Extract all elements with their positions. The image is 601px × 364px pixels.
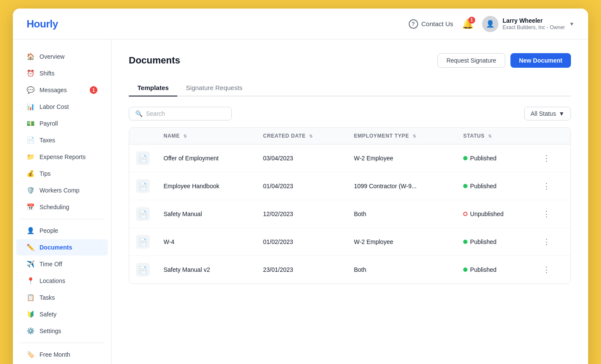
sidebar-item-tips[interactable]: 💰 Tips — [16, 165, 108, 182]
sidebar-label-taxes: Taxes — [39, 137, 55, 144]
sidebar-badge-messages: 1 — [90, 86, 97, 94]
col-status[interactable]: STATUS ⇅ — [456, 128, 534, 144]
sidebar-item-tasks[interactable]: 📋 Tasks — [16, 289, 108, 306]
more-options-button[interactable]: ⋮ — [540, 264, 552, 276]
sidebar-item-payroll[interactable]: 💵 Payroll — [16, 115, 108, 132]
sidebar-label-workers-comp: Workers Comp — [39, 187, 79, 194]
status-dot — [463, 240, 467, 244]
contact-us-button[interactable]: ? Contact Us — [409, 19, 453, 29]
sidebar-item-scheduling[interactable]: 📅 Scheduling — [16, 199, 108, 215]
sidebar-item-people[interactable]: 👤 People — [16, 223, 108, 239]
sidebar-divider-1 — [20, 219, 104, 219]
row-actions: ⋮ — [534, 228, 571, 256]
user-company: Exact Builders, Inc - Owner — [503, 24, 565, 31]
tips-icon: 💰 — [27, 170, 34, 177]
row-icon-cell: 📄 — [129, 256, 157, 284]
sidebar-item-shifts[interactable]: ⏰ Shifts — [16, 65, 108, 81]
row-status: Published — [456, 144, 534, 172]
row-name: W-4 — [157, 228, 256, 256]
table-row: 📄 Safety Manual 12/02/2023 Both Unpublis… — [129, 200, 571, 228]
documents-table: NAME ⇅ CREATED DATE ⇅ EMPLOYMENT TYPE ⇅ … — [129, 127, 571, 284]
toolbar: 🔍 All Status ▼ — [129, 107, 571, 120]
sidebar-item-free-month[interactable]: 🏷️ Free Month — [16, 346, 108, 363]
more-options-button[interactable]: ⋮ — [540, 208, 552, 220]
header-actions: Request Signature New Document — [437, 53, 571, 68]
row-created-date: 01/02/2023 — [256, 228, 347, 256]
col-created-date[interactable]: CREATED DATE ⇅ — [256, 128, 347, 144]
shifts-icon: ⏰ — [27, 69, 34, 77]
row-status: Published — [456, 256, 534, 284]
user-menu[interactable]: 👤 Larry Wheeler Exact Builders, Inc - Ow… — [482, 16, 574, 32]
sidebar-item-expense-reports[interactable]: 📁 Expense Reports — [16, 149, 108, 165]
more-options-button[interactable]: ⋮ — [540, 152, 552, 164]
messages-icon: 💬 — [27, 86, 34, 94]
sidebar-label-time-off: Time Off — [39, 261, 62, 268]
sidebar-label-free-month: Free Month — [39, 351, 70, 358]
people-icon: 👤 — [27, 227, 34, 235]
row-actions: ⋮ — [534, 144, 571, 172]
request-signature-button[interactable]: Request Signature — [437, 53, 505, 68]
row-employment-type: W-2 Employee — [347, 144, 456, 172]
sidebar-item-time-off[interactable]: ✈️ Time Off — [16, 256, 108, 272]
tab-signature-requests[interactable]: Signature Requests — [177, 80, 251, 96]
sidebar-item-overview[interactable]: 🏠 Overview — [16, 48, 108, 65]
time-off-icon: ✈️ — [27, 260, 34, 268]
notification-button[interactable]: 🔔 1 — [462, 18, 474, 30]
contact-us-label: Contact Us — [422, 20, 453, 27]
search-input[interactable] — [146, 110, 225, 117]
expense-reports-icon: 📁 — [27, 153, 34, 161]
more-options-button[interactable]: ⋮ — [540, 180, 552, 192]
new-document-button[interactable]: New Document — [510, 53, 571, 68]
row-icon-cell: 📄 — [129, 200, 157, 228]
search-icon: 🔍 — [135, 110, 143, 117]
sidebar-item-safety[interactable]: 🔰 Safety — [16, 306, 108, 322]
sidebar-item-settings[interactable]: ⚙️ Settings — [16, 323, 108, 339]
document-icon: 📄 — [136, 151, 150, 165]
sidebar-label-documents: Documents — [39, 244, 72, 251]
scheduling-icon: 📅 — [27, 203, 34, 211]
table-row: 📄 Safety Manual v2 23/01/2023 Both Publi… — [129, 256, 571, 284]
sidebar-item-documents[interactable]: ✏️ Documents — [16, 239, 108, 256]
sidebar-item-locations[interactable]: 📍 Locations — [16, 273, 108, 289]
row-status: Unpublished — [456, 200, 534, 228]
col-icon — [129, 128, 157, 144]
sidebar: 🏠 Overview ⏰ Shifts 💬 Messages 1 📊 Labor… — [13, 39, 112, 364]
tab-templates[interactable]: Templates — [129, 80, 177, 96]
sidebar-item-messages[interactable]: 💬 Messages 1 — [16, 82, 108, 98]
row-actions: ⋮ — [534, 172, 571, 200]
col-name[interactable]: NAME ⇅ — [157, 128, 256, 144]
table-head: NAME ⇅ CREATED DATE ⇅ EMPLOYMENT TYPE ⇅ … — [129, 128, 571, 144]
row-employment-type: Both — [347, 256, 456, 284]
row-actions: ⋮ — [534, 256, 571, 284]
status-label: Published — [470, 155, 497, 162]
sidebar-label-people: People — [39, 227, 58, 234]
settings-icon: ⚙️ — [27, 327, 34, 335]
row-employment-type: 1099 Contractor (W-9... — [347, 172, 456, 200]
payroll-icon: 💵 — [27, 120, 34, 127]
row-icon-cell: 📄 — [129, 144, 157, 172]
row-employment-type: W-2 Employee — [347, 228, 456, 256]
sidebar-label-expense-reports: Expense Reports — [39, 153, 85, 160]
status-label: Published — [470, 183, 497, 190]
app-container: Hourly ? Contact Us 🔔 1 👤 Larry Wheeler … — [13, 9, 588, 364]
safety-icon: 🔰 — [27, 310, 34, 318]
table-row: 📄 Employee Handbook 01/04/2023 1099 Cont… — [129, 172, 571, 200]
document-icon: 📄 — [136, 235, 150, 249]
sidebar-label-shifts: Shifts — [39, 70, 55, 77]
sidebar-item-workers-comp[interactable]: 🛡️ Workers Comp — [16, 182, 108, 199]
status-label: Published — [470, 266, 497, 273]
status-filter[interactable]: All Status ▼ — [524, 107, 571, 120]
sidebar-label-messages: Messages — [39, 87, 67, 93]
sidebar-item-taxes[interactable]: 📄 Taxes — [16, 132, 108, 148]
sidebar-item-labor-cost[interactable]: 📊 Labor Cost — [16, 99, 108, 115]
help-icon: ? — [409, 19, 418, 29]
row-status: Published — [456, 228, 534, 256]
more-options-button[interactable]: ⋮ — [540, 236, 552, 248]
table-row: 📄 Offer of Employment 03/04/2023 W-2 Emp… — [129, 144, 571, 172]
page-title: Documents — [129, 55, 180, 66]
col-employment-type[interactable]: EMPLOYMENT TYPE ⇅ — [347, 128, 456, 144]
sidebar-label-settings: Settings — [39, 328, 61, 334]
main-content: Documents Request Signature New Document… — [112, 39, 588, 364]
row-created-date: 23/01/2023 — [256, 256, 347, 284]
status-filter-label: All Status — [531, 110, 556, 117]
